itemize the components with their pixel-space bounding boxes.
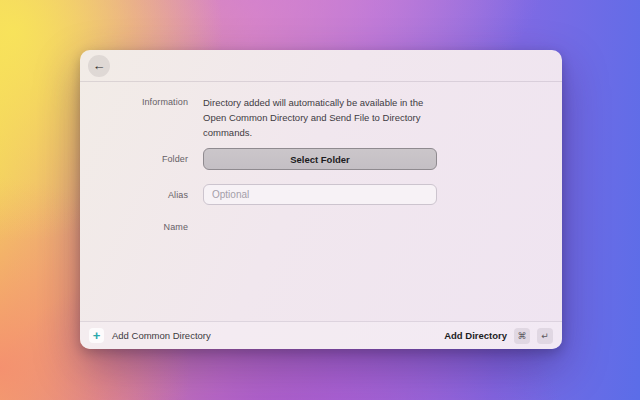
- back-button[interactable]: ←: [88, 55, 110, 77]
- back-arrow-icon: ←: [93, 58, 106, 73]
- name-label: Name: [80, 222, 188, 232]
- name-row: Name: [80, 221, 562, 233]
- add-common-directory-label: Add Common Directory: [112, 330, 211, 341]
- add-directory-label: Add Directory: [444, 330, 507, 341]
- information-text: Directory added will automatically be av…: [203, 95, 437, 140]
- information-text-line: Directory added will automatically be av…: [203, 95, 437, 110]
- command-key-icon: ⌘: [514, 328, 530, 344]
- return-key-icon: ↵: [537, 328, 553, 344]
- information-text-line: Open Common Directory and Send File to D…: [203, 110, 437, 125]
- add-common-directory-button[interactable]: + Add Common Directory: [89, 328, 211, 343]
- folder-label: Folder: [80, 154, 188, 164]
- alias-row: Alias: [80, 184, 562, 205]
- information-row: Information Directory added will automat…: [80, 95, 562, 140]
- window-header: ←: [80, 50, 562, 82]
- select-folder-button[interactable]: Select Folder: [203, 148, 437, 170]
- information-text-line: commands.: [203, 125, 437, 140]
- alias-label: Alias: [80, 190, 188, 200]
- name-value: [203, 221, 437, 233]
- window-footer: + Add Common Directory Add Directory ⌘ ↵: [80, 321, 562, 349]
- folder-row: Folder Select Folder: [80, 148, 562, 170]
- form-area: Information Directory added will automat…: [80, 82, 562, 321]
- desktop-background: ← Information Directory added will autom…: [0, 0, 640, 400]
- add-directory-window: ← Information Directory added will autom…: [80, 50, 562, 349]
- add-directory-button[interactable]: Add Directory ⌘ ↵: [444, 328, 553, 344]
- alias-input[interactable]: [203, 184, 437, 205]
- information-label: Information: [80, 95, 188, 107]
- plus-icon: +: [89, 328, 104, 343]
